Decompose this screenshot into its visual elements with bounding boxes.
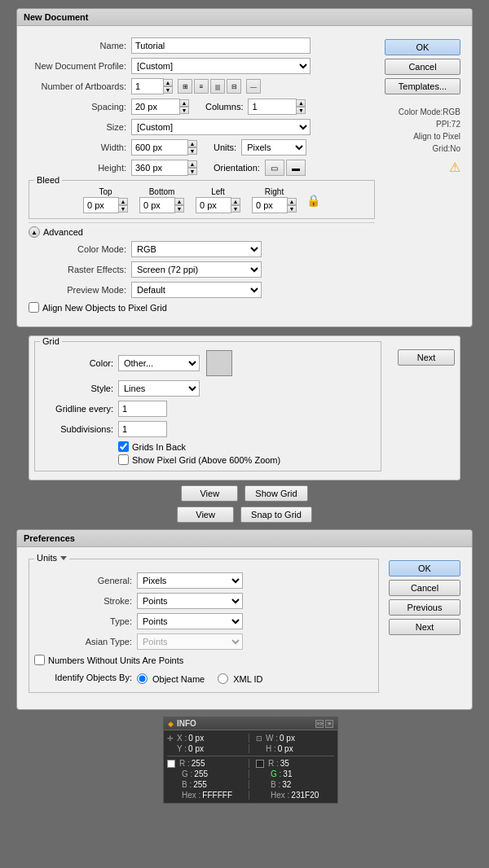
grid-style-select[interactable]: Lines: [118, 380, 200, 397]
fill-color-square-right: [256, 760, 264, 768]
gridline-input[interactable]: [118, 401, 167, 417]
prefs-cancel-button[interactable]: Cancel: [389, 580, 460, 596]
color-mode-info: Color Mode:RGB: [385, 106, 460, 118]
spacing-label: Spacing:: [29, 102, 126, 112]
bleed-bottom-down[interactable]: ▼: [174, 205, 184, 213]
grid-next-button[interactable]: Next: [398, 349, 455, 366]
info-menu-button[interactable]: ≡: [325, 720, 333, 728]
width-down[interactable]: ▼: [187, 147, 197, 155]
grids-in-back-checkbox[interactable]: [118, 441, 129, 452]
prefs-next-button[interactable]: Next: [389, 619, 460, 635]
artboard-col-icon[interactable]: |||: [210, 79, 225, 94]
name-label: Name:: [29, 41, 126, 50]
bleed-left-label: Left: [211, 187, 225, 196]
height-up[interactable]: ▲: [187, 160, 197, 168]
bleed-top-down[interactable]: ▼: [118, 205, 128, 213]
artboards-up-arrow[interactable]: ▲: [163, 79, 173, 86]
show-pixel-grid-checkbox[interactable]: [118, 454, 129, 465]
artboards-input[interactable]: [131, 78, 164, 94]
columns-input[interactable]: [248, 99, 297, 115]
units-select[interactable]: Pixels: [241, 139, 306, 156]
grid-preferences-section: Grid Color: Other... Style: Lines: [29, 335, 460, 480]
subdivisions-input[interactable]: [118, 421, 167, 437]
bleed-right-down[interactable]: ▼: [287, 205, 297, 213]
view-button-2[interactable]: View: [177, 506, 234, 523]
advanced-toggle[interactable]: ▲ Advanced: [29, 226, 375, 238]
spacing-up[interactable]: ▲: [179, 99, 189, 107]
w-value: 0 px: [280, 734, 295, 743]
columns-down[interactable]: ▼: [296, 107, 306, 114]
height-input[interactable]: [131, 160, 188, 176]
info-expand-button[interactable]: >>: [315, 720, 324, 728]
height-label: Height:: [29, 163, 126, 173]
artboard-arrange-icon[interactable]: ⊟: [227, 79, 241, 94]
spacing-input[interactable]: [131, 99, 180, 115]
columns-up[interactable]: ▲: [296, 99, 306, 107]
bleed-top-up[interactable]: ▲: [118, 198, 128, 205]
info-triangle-icon: ◆: [168, 720, 174, 728]
prefs-previous-button[interactable]: Previous: [389, 599, 460, 616]
bleed-left-down[interactable]: ▼: [231, 205, 240, 213]
height-down[interactable]: ▼: [187, 168, 197, 175]
numbers-without-units-checkbox[interactable]: [34, 655, 45, 665]
r-label-1: R :: [179, 759, 190, 768]
grid-color-label: Color:: [40, 358, 113, 368]
portrait-button[interactable]: ▭: [265, 160, 284, 176]
show-grid-button[interactable]: Show Grid: [244, 485, 307, 502]
bleed-right-input[interactable]: [252, 197, 288, 213]
h-value: 0 px: [278, 744, 293, 753]
new-document-dialog: New Document Name: New Document Profile:…: [16, 8, 473, 327]
h-label: H :: [266, 744, 276, 753]
raster-effects-select[interactable]: Screen (72 ppi): [131, 261, 262, 278]
artboard-row-icon[interactable]: ≡: [194, 79, 209, 94]
bleed-bottom-input[interactable]: [139, 197, 175, 213]
snap-to-grid-button[interactable]: Snap to Grid: [240, 506, 312, 523]
advanced-circle-btn[interactable]: ▲: [29, 226, 40, 238]
crosshair-icon: ✛: [167, 734, 174, 743]
bleed-bottom-label: Bottom: [149, 187, 175, 196]
preview-mode-select[interactable]: Default: [131, 282, 262, 298]
align-pixel-label: Align New Objects to Pixel Grid: [42, 303, 167, 313]
object-name-radio[interactable]: [137, 673, 148, 684]
asian-type-select[interactable]: Points: [137, 633, 243, 650]
prefs-ok-button[interactable]: OK: [389, 560, 460, 576]
view-button-1[interactable]: View: [181, 485, 238, 502]
size-select[interactable]: [Custom]: [131, 119, 311, 135]
units-dropdown-arrow[interactable]: [60, 556, 67, 560]
size-label: Size:: [29, 122, 126, 132]
bleed-left-up[interactable]: ▲: [231, 198, 240, 205]
xml-id-radio[interactable]: [218, 673, 228, 684]
landscape-button[interactable]: ▬: [286, 160, 306, 176]
grid-color-swatch[interactable]: [206, 350, 232, 376]
type-units-select[interactable]: Points: [137, 613, 243, 629]
bleed-left-input[interactable]: [196, 197, 231, 213]
orientation-label: Orientation:: [214, 163, 260, 173]
name-input[interactable]: [131, 37, 311, 54]
templates-button[interactable]: Templates...: [385, 78, 460, 94]
grid-color-select[interactable]: Other...: [118, 355, 200, 371]
color-mode-select[interactable]: RGB: [131, 241, 262, 257]
bleed-top-input[interactable]: [83, 197, 119, 213]
artboards-down-arrow[interactable]: ▼: [163, 86, 173, 94]
numbers-without-units-label: Numbers Without Units Are Points: [48, 655, 183, 665]
artboard-delete-icon[interactable]: —: [246, 79, 261, 94]
spacing-down[interactable]: ▼: [179, 107, 189, 114]
align-pixel-checkbox[interactable]: [29, 302, 39, 313]
g-label-1: G :: [182, 769, 192, 778]
bleed-bottom-up[interactable]: ▲: [174, 198, 184, 205]
x-value: 0 px: [188, 734, 204, 743]
subdivisions-label: Subdivisions:: [40, 424, 113, 434]
ok-button[interactable]: OK: [385, 39, 460, 55]
width-input[interactable]: [131, 139, 188, 156]
identify-label: Identify Objects By:: [34, 673, 132, 682]
bleed-right-up[interactable]: ▲: [287, 198, 297, 205]
cancel-button[interactable]: Cancel: [385, 59, 460, 75]
general-units-select[interactable]: Pixels: [137, 572, 243, 589]
snap-to-grid-row: View Snap to Grid: [0, 506, 489, 523]
stroke-units-select[interactable]: Points: [137, 593, 243, 609]
profile-select[interactable]: [Custom]: [131, 58, 311, 74]
r-value-2: 35: [280, 759, 289, 768]
bleed-lock-icon[interactable]: 🔒: [306, 194, 320, 207]
width-up[interactable]: ▲: [187, 140, 197, 147]
artboard-grid-icon[interactable]: ⊞: [178, 79, 192, 94]
